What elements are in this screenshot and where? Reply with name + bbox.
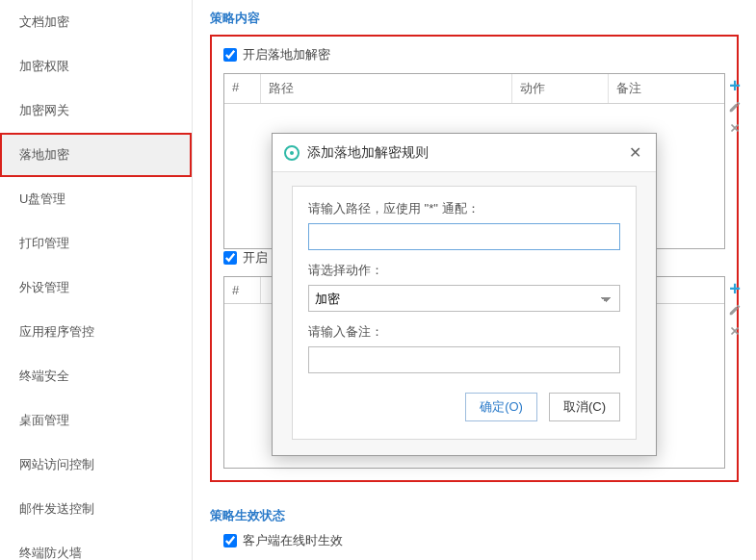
th-path: 路径 [261, 74, 512, 103]
dialog-header: 添加落地加解密规则 ✕ [273, 134, 656, 172]
enable-label-2: 开启 [243, 249, 268, 267]
sidebar-item-firewall[interactable]: 终端防火墙 [0, 531, 192, 560]
th-num: # [224, 74, 261, 103]
sidebar-item-doc-encrypt[interactable]: 文档加密 [0, 0, 192, 44]
close-icon[interactable]: ✕ [625, 143, 644, 162]
enable-landing-row[interactable]: 开启落地加解密 [223, 46, 330, 64]
enable-landing-checkbox[interactable] [223, 48, 237, 62]
th-action: 动作 [512, 74, 609, 103]
table1-header: # 路径 动作 备注 [224, 74, 724, 104]
dialog-icon [284, 145, 300, 161]
enable-landing-label: 开启落地加解密 [243, 46, 330, 64]
sidebar-item-app-control[interactable]: 应用程序管控 [0, 310, 192, 354]
path-input[interactable] [308, 223, 620, 250]
sidebar-item-encrypt-gw[interactable]: 加密网关 [0, 89, 192, 133]
sidebar-item-usb[interactable]: U盘管理 [0, 177, 192, 221]
path-label: 请输入路径，应使用 "*" 通配： [308, 200, 620, 217]
edit-icon[interactable] [726, 301, 743, 318]
th2-num: # [224, 277, 261, 303]
add-rule-dialog: 添加落地加解密规则 ✕ 请输入路径，应使用 "*" 通配： 请选择动作： 加密 … [272, 133, 657, 456]
sidebar-item-landing-encrypt[interactable]: 落地加密 [0, 133, 192, 177]
table1-tools: + [725, 73, 744, 137]
sidebar-item-web-access[interactable]: 网站访问控制 [0, 443, 192, 487]
sidebar-item-peripheral[interactable]: 外设管理 [0, 266, 192, 310]
client-online-label: 客户端在线时生效 [243, 532, 343, 549]
note-input[interactable] [308, 346, 620, 373]
cancel-button[interactable]: 取消(C) [549, 393, 620, 421]
enable-checkbox-2[interactable] [223, 251, 237, 265]
delete-icon[interactable] [726, 119, 743, 137]
dialog-body: 请输入路径，应使用 "*" 通配： 请选择动作： 加密 请输入备注： 确定(O)… [273, 172, 656, 455]
client-online-row[interactable]: 客户端在线时生效 [223, 532, 343, 549]
client-online-checkbox[interactable] [223, 534, 237, 547]
add-icon[interactable]: + [726, 77, 743, 94]
table2-tools: + [725, 276, 744, 340]
section-title-content: 策略内容 [210, 6, 739, 27]
sidebar: 文档加密 加密权限 加密网关 落地加密 U盘管理 打印管理 外设管理 应用程序管… [0, 0, 193, 560]
sidebar-item-print[interactable]: 打印管理 [0, 221, 192, 266]
delete-icon[interactable] [726, 322, 743, 340]
action-select[interactable]: 加密 [308, 285, 620, 312]
add-icon[interactable]: + [726, 280, 743, 297]
note-label: 请输入备注： [308, 323, 620, 341]
ok-button[interactable]: 确定(O) [465, 393, 537, 421]
th-note: 备注 [609, 74, 724, 103]
sidebar-item-desktop[interactable]: 桌面管理 [0, 398, 192, 443]
dialog-title: 添加落地加解密规则 [307, 144, 625, 162]
edit-icon[interactable] [726, 98, 743, 115]
enable-row-2[interactable]: 开启 [223, 249, 268, 267]
sidebar-item-terminal-sec[interactable]: 终端安全 [0, 354, 192, 398]
sidebar-item-encrypt-perm[interactable]: 加密权限 [0, 44, 192, 89]
action-label: 请选择动作： [308, 262, 620, 279]
sidebar-item-mail[interactable]: 邮件发送控制 [0, 487, 192, 531]
section-title-status: 策略生效状态 [210, 503, 739, 524]
